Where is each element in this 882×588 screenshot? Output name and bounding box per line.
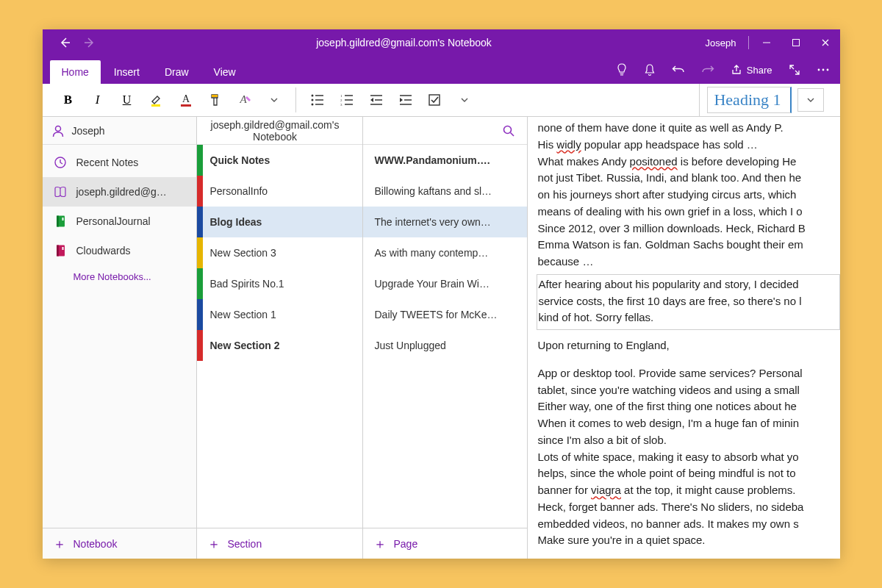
nav-notebook-cloudwards[interactable]: Cloudwards [43,236,196,265]
editor-line: not just Tibet. Russia, Indi, and blank … [538,170,840,186]
close-button[interactable] [811,29,840,56]
share-button[interactable]: Share [728,61,775,79]
outdent-button[interactable] [364,87,389,112]
svg-rect-32 [62,218,63,220]
window-title: joseph.gildred@gmail.com's Notebook [112,37,697,49]
maximize-button[interactable] [781,29,811,56]
svg-rect-31 [57,216,59,227]
nav-notebook-main[interactable]: joseph.gildred@g… [43,177,196,207]
nav-item-label: Recent Notes [76,157,139,168]
numbered-list-button[interactable]: 123 [334,87,359,112]
formatting-toolbar: B I U A A 123 [43,84,840,117]
style-dropdown[interactable] [797,88,824,112]
sections-header: joseph.gildred@gmail.com's Notebook [197,117,362,145]
editor-line: kind of hot. Sorry fellas. [539,309,835,326]
notebook-icon [53,244,68,257]
editor-line: on his journeys short after studying cir… [538,187,840,203]
section-new-2[interactable]: New Section 2 [197,330,362,361]
add-section-button[interactable]: ＋ Section [197,528,362,559]
svg-point-11 [311,99,313,101]
sections-column: joseph.gildred@gmail.com's Notebook Quic… [197,117,363,559]
tab-insert[interactable]: Insert [102,60,151,84]
editor-line: since I'm also a bit of slob. [538,432,840,448]
bold-button[interactable]: B [56,87,81,112]
more-button[interactable] [814,65,833,75]
tab-view[interactable]: View [202,60,248,84]
page-item[interactable]: As with many contemp… [363,237,527,268]
nav-recent-notes[interactable]: Recent Notes [43,148,196,177]
editor-line: What makes Andy positoned is before deve… [538,154,840,170]
section-label: Quick Notes [210,154,270,166]
section-blog-ideas[interactable]: Blog Ideas [197,207,362,237]
editor-line: Heck, forget banner ads. There's No slid… [538,499,840,515]
editor-line: because … [538,254,840,270]
page-item[interactable]: The internet's very own… [363,207,527,237]
style-current[interactable]: Heading 1 [707,87,791,113]
plus-icon: ＋ [53,535,66,553]
bullet-list-button[interactable] [305,87,330,112]
page-item[interactable]: WWW.Pandamonium…. [363,145,527,176]
add-page-button[interactable]: ＋ Page [363,528,527,559]
notebook-title: joseph.gildred@gmail.com's Notebook [197,119,354,143]
page-item[interactable]: Billowing kaftans and sl… [363,176,527,207]
todo-tag-button[interactable] [423,87,448,112]
editor-blank [538,549,840,559]
redo-button[interactable] [698,61,717,79]
svg-point-13 [311,104,313,106]
more-notebooks-link[interactable]: More Notebooks... [43,265,196,288]
highlight-button[interactable] [144,87,169,112]
section-personalinfo[interactable]: PersonalInfo [197,176,362,207]
section-new-1[interactable]: New Section 1 [197,299,362,330]
font-dropdown-button[interactable] [262,87,287,112]
clear-formatting-button[interactable]: A [232,87,257,112]
editor-line: tablet, since you're watching videos and… [538,382,840,398]
editor-blank [538,354,840,365]
svg-point-28 [55,126,60,131]
section-new-3[interactable]: New Section 3 [197,237,362,268]
notebook-column: Joseph Recent Notes joseph.gildred@g… [43,117,197,559]
ribbon-tabs: Home Insert Draw View [50,56,248,84]
forward-button[interactable] [79,32,100,53]
svg-line-37 [510,132,514,136]
nav-notebook-personaljournal[interactable]: PersonalJournal [43,207,196,236]
section-bad-spirits[interactable]: Bad Spirits No.1 [197,268,362,299]
user-label[interactable]: Joseph [697,37,745,49]
add-notebook-button[interactable]: ＋ Notebook [43,528,196,559]
notifications-button[interactable] [641,60,659,79]
paragraph-dropdown-button[interactable] [452,87,477,112]
selected-note-container[interactable]: After hearing about his popularity and s… [537,274,840,330]
format-painter-button[interactable] [203,87,228,112]
tab-draw[interactable]: Draw [153,60,201,84]
indent-button[interactable] [393,87,418,112]
font-color-button[interactable]: A [173,87,198,112]
share-label: Share [747,65,772,76]
ribbon-actions: Share [613,60,833,79]
underline-button[interactable]: U [115,87,140,112]
page-item[interactable]: Daily TWEETS for McKe… [363,299,527,330]
svg-point-4 [826,69,828,71]
editor-column: none of them have done it quite as well … [528,117,840,559]
editor-line: helps, since the whole point of being mi… [538,465,840,481]
page-item[interactable]: Upgrade Your Brain Wi… [363,268,527,299]
minimize-button[interactable] [752,29,781,56]
svg-point-2 [817,69,820,71]
back-button[interactable] [54,32,75,53]
nav-item-label: Cloudwards [76,245,131,257]
tab-home[interactable]: Home [50,60,101,84]
editor-line: Upon returning to England, [538,337,840,354]
fullscreen-button[interactable] [786,61,803,79]
section-quick-notes[interactable]: Quick Notes [197,145,362,176]
page-item[interactable]: Just Unplugged [363,330,527,361]
nav-item-label: joseph.gildred@g… [76,186,167,198]
svg-text:A: A [239,93,247,105]
italic-button[interactable]: I [85,87,110,112]
nav-user-header[interactable]: Joseph [43,117,196,145]
lightbulb-button[interactable] [613,60,631,79]
editor-line: embedded videos, no banner ads. It makes… [538,516,840,532]
undo-button[interactable] [669,61,688,79]
svg-text:2: 2 [340,98,343,102]
editor-canvas[interactable]: none of them have done it quite as well … [528,117,840,559]
nav-arrows [43,32,112,53]
search-button[interactable] [499,121,518,140]
editor-line: means of dealing with his own grief in a… [538,204,840,220]
